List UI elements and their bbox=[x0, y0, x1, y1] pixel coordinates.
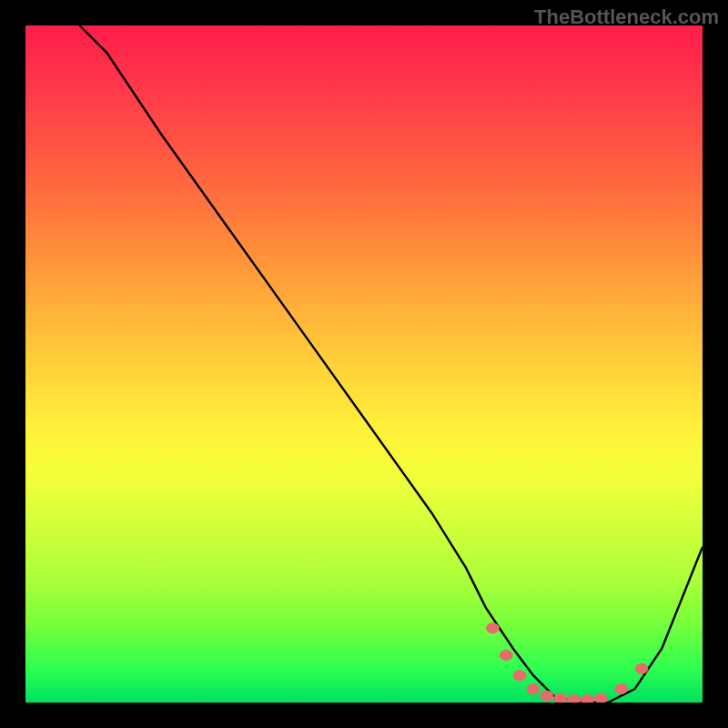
curve-marker-dot bbox=[541, 691, 553, 701]
curve-marker-dot bbox=[486, 623, 499, 633]
curve-marker-dot bbox=[568, 695, 581, 703]
watermark-text: TheBottleneck.com bbox=[534, 5, 719, 29]
curve-marker-dot bbox=[594, 693, 607, 703]
curve-marker-dot bbox=[615, 684, 628, 694]
chart-plot-area bbox=[25, 25, 703, 703]
curve-marker-dot bbox=[554, 693, 567, 703]
curve-markers bbox=[486, 623, 648, 703]
curve-marker-dot bbox=[513, 671, 526, 681]
chart-frame: TheBottleneck.com bbox=[0, 0, 728, 728]
chart-svg-layer bbox=[25, 25, 703, 703]
curve-marker-dot bbox=[500, 650, 512, 660]
curve-marker-dot bbox=[581, 695, 594, 703]
data-curve bbox=[80, 25, 703, 703]
curve-marker-dot bbox=[527, 684, 540, 694]
curve-marker-dot bbox=[635, 663, 648, 673]
